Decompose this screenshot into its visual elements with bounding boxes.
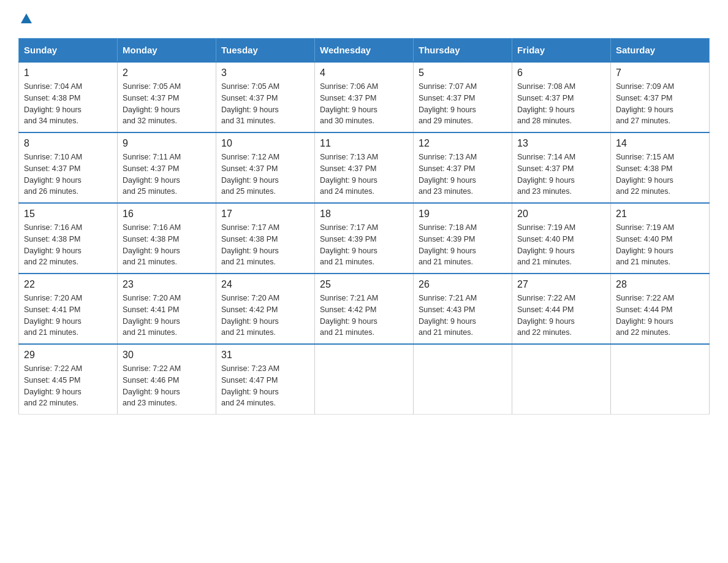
day-number: 2: [123, 67, 211, 79]
calendar-day-cell: 4 Sunrise: 7:06 AM Sunset: 4:37 PM Dayli…: [315, 62, 414, 132]
day-info: Sunrise: 7:17 AM Sunset: 4:39 PM Dayligh…: [320, 222, 408, 268]
day-info: Sunrise: 7:11 AM Sunset: 4:37 PM Dayligh…: [123, 151, 211, 197]
day-info: Sunrise: 7:04 AM Sunset: 4:38 PM Dayligh…: [24, 81, 112, 127]
calendar-table: SundayMondayTuesdayWednesdayThursdayFrid…: [18, 38, 710, 415]
day-number: 23: [123, 279, 211, 290]
day-info: Sunrise: 7:19 AM Sunset: 4:40 PM Dayligh…: [517, 222, 605, 268]
calendar-day-cell: 21 Sunrise: 7:19 AM Sunset: 4:40 PM Dayl…: [611, 203, 710, 274]
day-info: Sunrise: 7:09 AM Sunset: 4:37 PM Dayligh…: [616, 81, 704, 127]
day-number: 4: [320, 67, 408, 79]
day-number: 27: [517, 279, 605, 290]
calendar-day-cell: 25 Sunrise: 7:21 AM Sunset: 4:42 PM Dayl…: [315, 274, 414, 344]
day-number: 17: [221, 209, 309, 220]
day-info: Sunrise: 7:05 AM Sunset: 4:37 PM Dayligh…: [123, 81, 211, 127]
calendar-day-cell: 20 Sunrise: 7:19 AM Sunset: 4:40 PM Dayl…: [512, 203, 611, 274]
calendar-day-cell: 8 Sunrise: 7:10 AM Sunset: 4:37 PM Dayli…: [19, 132, 118, 203]
day-info: Sunrise: 7:14 AM Sunset: 4:37 PM Dayligh…: [517, 151, 605, 197]
day-info: Sunrise: 7:20 AM Sunset: 4:41 PM Dayligh…: [24, 293, 112, 339]
calendar-day-cell: 22 Sunrise: 7:20 AM Sunset: 4:41 PM Dayl…: [19, 274, 118, 344]
calendar-day-cell: 5 Sunrise: 7:07 AM Sunset: 4:37 PM Dayli…: [414, 62, 512, 132]
day-info: Sunrise: 7:18 AM Sunset: 4:39 PM Dayligh…: [419, 222, 507, 268]
calendar-day-cell: 27 Sunrise: 7:22 AM Sunset: 4:44 PM Dayl…: [512, 274, 611, 344]
day-number: 22: [24, 279, 112, 290]
day-info: Sunrise: 7:22 AM Sunset: 4:46 PM Dayligh…: [123, 363, 211, 409]
day-info: Sunrise: 7:20 AM Sunset: 4:41 PM Dayligh…: [123, 293, 211, 339]
weekday-header-wednesday: Wednesday: [315, 39, 414, 63]
calendar-day-cell: 26 Sunrise: 7:21 AM Sunset: 4:43 PM Dayl…: [414, 274, 512, 344]
day-number: 12: [419, 138, 507, 149]
day-info: Sunrise: 7:06 AM Sunset: 4:37 PM Dayligh…: [320, 81, 408, 127]
day-info: Sunrise: 7:19 AM Sunset: 4:40 PM Dayligh…: [616, 222, 704, 268]
day-info: Sunrise: 7:15 AM Sunset: 4:38 PM Dayligh…: [616, 151, 704, 197]
day-number: 11: [320, 138, 408, 149]
calendar-day-cell: 28 Sunrise: 7:22 AM Sunset: 4:44 PM Dayl…: [611, 274, 710, 344]
day-number: 29: [24, 350, 112, 361]
empty-cell: [414, 344, 512, 415]
calendar-day-cell: 10 Sunrise: 7:12 AM Sunset: 4:37 PM Dayl…: [216, 132, 315, 203]
day-info: Sunrise: 7:22 AM Sunset: 4:44 PM Dayligh…: [616, 293, 704, 339]
day-info: Sunrise: 7:20 AM Sunset: 4:42 PM Dayligh…: [221, 293, 309, 339]
day-info: Sunrise: 7:13 AM Sunset: 4:37 PM Dayligh…: [419, 151, 507, 197]
day-info: Sunrise: 7:21 AM Sunset: 4:42 PM Dayligh…: [320, 293, 408, 339]
calendar-day-cell: 3 Sunrise: 7:05 AM Sunset: 4:37 PM Dayli…: [216, 62, 315, 132]
calendar-day-cell: 13 Sunrise: 7:14 AM Sunset: 4:37 PM Dayl…: [512, 132, 611, 203]
day-info: Sunrise: 7:05 AM Sunset: 4:37 PM Dayligh…: [221, 81, 309, 127]
calendar-day-cell: 9 Sunrise: 7:11 AM Sunset: 4:37 PM Dayli…: [118, 132, 216, 203]
day-number: 25: [320, 279, 408, 290]
page-header: [18, 12, 710, 26]
calendar-day-cell: 7 Sunrise: 7:09 AM Sunset: 4:37 PM Dayli…: [611, 62, 710, 132]
day-number: 10: [221, 138, 309, 149]
day-number: 14: [616, 138, 704, 149]
weekday-header-row: SundayMondayTuesdayWednesdayThursdayFrid…: [19, 39, 710, 63]
logo: [18, 12, 33, 26]
day-number: 26: [419, 279, 507, 290]
calendar-day-cell: 24 Sunrise: 7:20 AM Sunset: 4:42 PM Dayl…: [216, 274, 315, 344]
calendar-day-cell: 29 Sunrise: 7:22 AM Sunset: 4:45 PM Dayl…: [19, 344, 118, 415]
day-number: 15: [24, 209, 112, 220]
day-number: 30: [123, 350, 211, 361]
day-number: 13: [517, 138, 605, 149]
weekday-header-thursday: Thursday: [414, 39, 512, 63]
calendar-day-cell: 16 Sunrise: 7:16 AM Sunset: 4:38 PM Dayl…: [118, 203, 216, 274]
day-info: Sunrise: 7:22 AM Sunset: 4:44 PM Dayligh…: [517, 293, 605, 339]
day-info: Sunrise: 7:22 AM Sunset: 4:45 PM Dayligh…: [24, 363, 112, 409]
calendar-day-cell: 17 Sunrise: 7:17 AM Sunset: 4:38 PM Dayl…: [216, 203, 315, 274]
calendar-week-row: 22 Sunrise: 7:20 AM Sunset: 4:41 PM Dayl…: [19, 274, 710, 344]
day-number: 28: [616, 279, 704, 290]
calendar-day-cell: 1 Sunrise: 7:04 AM Sunset: 4:38 PM Dayli…: [19, 62, 118, 132]
calendar-day-cell: 19 Sunrise: 7:18 AM Sunset: 4:39 PM Dayl…: [414, 203, 512, 274]
day-info: Sunrise: 7:23 AM Sunset: 4:47 PM Dayligh…: [221, 363, 309, 409]
day-number: 1: [24, 67, 112, 79]
day-info: Sunrise: 7:10 AM Sunset: 4:37 PM Dayligh…: [24, 151, 112, 197]
day-number: 20: [517, 209, 605, 220]
calendar-week-row: 15 Sunrise: 7:16 AM Sunset: 4:38 PM Dayl…: [19, 203, 710, 274]
day-number: 7: [616, 67, 704, 79]
day-info: Sunrise: 7:13 AM Sunset: 4:37 PM Dayligh…: [320, 151, 408, 197]
day-number: 19: [419, 209, 507, 220]
day-info: Sunrise: 7:16 AM Sunset: 4:38 PM Dayligh…: [123, 222, 211, 268]
day-number: 18: [320, 209, 408, 220]
day-info: Sunrise: 7:08 AM Sunset: 4:37 PM Dayligh…: [517, 81, 605, 127]
day-number: 8: [24, 138, 112, 149]
calendar-day-cell: 18 Sunrise: 7:17 AM Sunset: 4:39 PM Dayl…: [315, 203, 414, 274]
weekday-header-saturday: Saturday: [611, 39, 710, 63]
day-number: 16: [123, 209, 211, 220]
calendar-day-cell: 15 Sunrise: 7:16 AM Sunset: 4:38 PM Dayl…: [19, 203, 118, 274]
calendar-day-cell: 30 Sunrise: 7:22 AM Sunset: 4:46 PM Dayl…: [118, 344, 216, 415]
logo-arrow-icon: [20, 12, 33, 28]
day-number: 6: [517, 67, 605, 79]
day-info: Sunrise: 7:12 AM Sunset: 4:37 PM Dayligh…: [221, 151, 309, 197]
svg-marker-0: [21, 13, 32, 23]
weekday-header-monday: Monday: [118, 39, 216, 63]
calendar-week-row: 29 Sunrise: 7:22 AM Sunset: 4:45 PM Dayl…: [19, 344, 710, 415]
day-info: Sunrise: 7:07 AM Sunset: 4:37 PM Dayligh…: [419, 81, 507, 127]
calendar-day-cell: 2 Sunrise: 7:05 AM Sunset: 4:37 PM Dayli…: [118, 62, 216, 132]
day-info: Sunrise: 7:16 AM Sunset: 4:38 PM Dayligh…: [24, 222, 112, 268]
calendar-week-row: 1 Sunrise: 7:04 AM Sunset: 4:38 PM Dayli…: [19, 62, 710, 132]
empty-cell: [512, 344, 611, 415]
calendar-day-cell: 31 Sunrise: 7:23 AM Sunset: 4:47 PM Dayl…: [216, 344, 315, 415]
day-info: Sunrise: 7:17 AM Sunset: 4:38 PM Dayligh…: [221, 222, 309, 268]
weekday-header-friday: Friday: [512, 39, 611, 63]
day-number: 9: [123, 138, 211, 149]
day-number: 3: [221, 67, 309, 79]
